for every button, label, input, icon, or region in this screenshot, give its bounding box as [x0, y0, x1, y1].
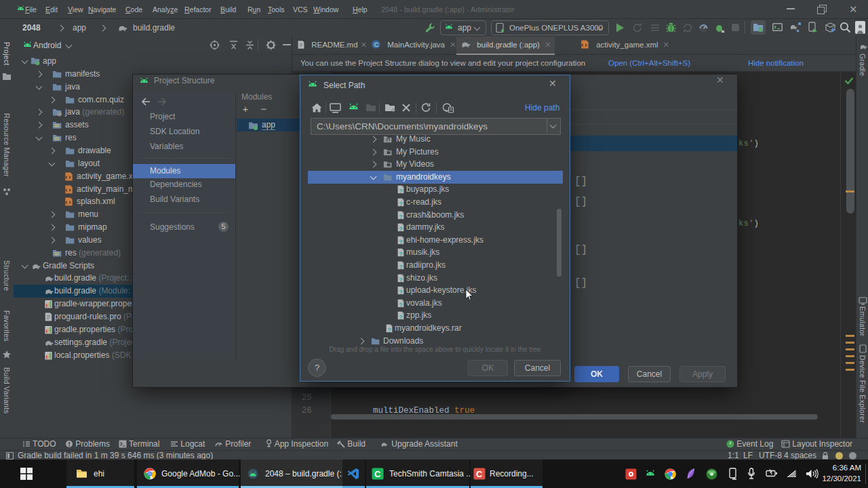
svg-text:C: C	[374, 469, 381, 479]
svg-text:C: C	[476, 469, 483, 479]
